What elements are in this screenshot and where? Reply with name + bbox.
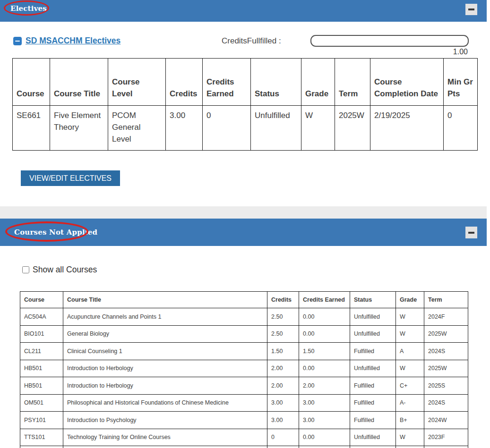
table-cell: 0.00 [299, 429, 350, 446]
table-cell: 2/19/2025 [370, 106, 444, 151]
table-cell [424, 446, 468, 448]
column-header: Credits [267, 292, 299, 308]
table-cell [396, 446, 424, 448]
annotation-ellipse-courses-not-applied [5, 221, 88, 242]
show-all-courses-label: Show all Courses [33, 265, 97, 275]
table-cell: Unfulfilled [251, 106, 301, 151]
table-cell: Unfulfilled [350, 308, 396, 326]
table-cell: W [396, 429, 424, 446]
table-cell: 3.00 [166, 106, 203, 151]
table-cell: 2024S [424, 394, 468, 412]
credits-total-value: 1.00 [421, 48, 468, 56]
table-row: CL211Clinical Counseling 11.501.50Fulfil… [20, 343, 468, 360]
table-cell: 3.00 [267, 394, 299, 412]
table-cell: Fulfilled [350, 377, 396, 395]
table-cell: A [396, 343, 424, 360]
table-cell: 2.00 [299, 377, 350, 395]
table-header-row: CourseCourse TitleCreditsCredits EarnedS… [20, 292, 468, 308]
courses-not-applied-section: Courses Not Applied Show all Courses Cou… [0, 219, 487, 448]
column-header: Course [20, 292, 63, 308]
show-all-courses-checkbox[interactable] [22, 266, 29, 273]
table-cell: 0 [444, 106, 478, 151]
table-cell: B+ [396, 412, 424, 429]
column-header: Min Gr Pts [444, 59, 478, 106]
table-cell: HB501 [20, 377, 63, 395]
table-cell: W [396, 325, 424, 343]
minimize-icon [468, 232, 474, 234]
minimize-icon [468, 8, 474, 10]
table-cell: 2025W [424, 360, 468, 377]
column-header: Status [251, 59, 301, 106]
credits-fulfilled-input[interactable] [310, 35, 469, 47]
minimize-courses-not-applied-button[interactable] [465, 227, 477, 238]
table-row: BIO101General Biology2.500.00Unfulfilled… [20, 325, 468, 343]
table-cell: PCOM General Level [108, 106, 166, 151]
table-cell: 2023F [424, 429, 468, 446]
table-cell: 1.50 [299, 343, 350, 360]
table-row: HB501Introduction to Herbology2.000.00Un… [20, 360, 468, 377]
electives-content: SD MSACCHM Electives CreditsFullfilled :… [0, 22, 487, 206]
table-cell: 3.00 [267, 412, 299, 429]
electives-group-link[interactable]: SD MSACCHM Electives [26, 36, 120, 46]
table-cell: 2.00 [267, 360, 299, 377]
table-cell: 3.00 [299, 394, 350, 412]
table-cell [20, 446, 63, 448]
table-row: OM501Philosophical and Historical Founda… [20, 394, 468, 412]
column-header: Course Title [50, 59, 108, 106]
table-cell: Acupuncture Channels and Points 1 [63, 308, 267, 326]
table-cell: Unfulfilled [350, 325, 396, 343]
table-cell: Introduction to Psychology [63, 412, 267, 429]
annotation-ellipse-electives [4, 0, 49, 16]
table-cell: 2.50 [267, 325, 299, 343]
courses-not-applied-content: Show all Courses CourseCourse TitleCredi… [0, 246, 487, 448]
column-header: Course Completion Date [370, 59, 444, 106]
electives-table: CourseCourse TitleCourse LevelCreditsCre… [12, 58, 478, 151]
table-cell: Fulfilled [350, 394, 396, 412]
table-row: AC504AAcupuncture Channels and Points 12… [20, 308, 468, 326]
electives-section: Electives SD MSACCHM Electives CreditsFu… [0, 0, 487, 206]
column-header: Course [13, 59, 50, 106]
column-header: Course Level [108, 59, 166, 106]
courses-not-applied-header-bar: Courses Not Applied [0, 219, 487, 246]
table-cell: 2.00 [267, 377, 299, 395]
column-header: Grade [301, 59, 335, 106]
column-header: Credits [166, 59, 203, 106]
table-cell: Clinical Counseling 1 [63, 343, 267, 360]
column-header: Term [335, 59, 370, 106]
credits-fulfilled-label: CreditsFullfilled : [222, 36, 281, 46]
table-cell: 0.00 [299, 360, 350, 377]
minimize-electives-button[interactable] [465, 4, 477, 15]
table-cell: HB501 [20, 360, 63, 377]
table-cell: 0.00 [299, 308, 350, 326]
column-header: Term [424, 292, 468, 308]
table-cell: W [396, 308, 424, 326]
table-cell [63, 446, 267, 448]
table-cell: 2024S [424, 343, 468, 360]
table-cell: Technology Training for Online Courses [63, 429, 267, 446]
table-cell: AC504A [20, 308, 63, 326]
table-header-row: CourseCourse TitleCourse LevelCreditsCre… [13, 59, 478, 106]
degree-audit-page: Electives SD MSACCHM Electives CreditsFu… [0, 0, 487, 448]
collapse-minus-icon[interactable] [13, 37, 22, 45]
table-cell [267, 446, 299, 448]
table-cell: Fulfilled [350, 412, 396, 429]
table-cell: Fulfilled [350, 343, 396, 360]
table-cell: CL211 [20, 343, 63, 360]
column-header: Course Title [63, 292, 267, 308]
table-row: PSY101Introduction to Psychology3.003.00… [20, 412, 468, 429]
column-header: Grade [396, 292, 424, 308]
table-cell: Introduction to Herbology [63, 360, 267, 377]
column-header: Status [350, 292, 396, 308]
view-edit-electives-button[interactable]: VIEW/EDIT ELECTIVES [21, 170, 120, 186]
table-row-partial [20, 446, 468, 448]
table-cell: Five Element Theory [50, 106, 108, 151]
column-header: Credits Earned [299, 292, 350, 308]
table-cell: Unfulfilled [350, 429, 396, 446]
table-cell [299, 446, 350, 448]
table-cell: 0 [267, 429, 299, 446]
minus-icon [15, 41, 20, 42]
table-cell: 2025W [424, 325, 468, 343]
table-cell: W [301, 106, 335, 151]
column-header: Credits Earned [203, 59, 251, 106]
table-cell: 0.00 [299, 325, 350, 343]
